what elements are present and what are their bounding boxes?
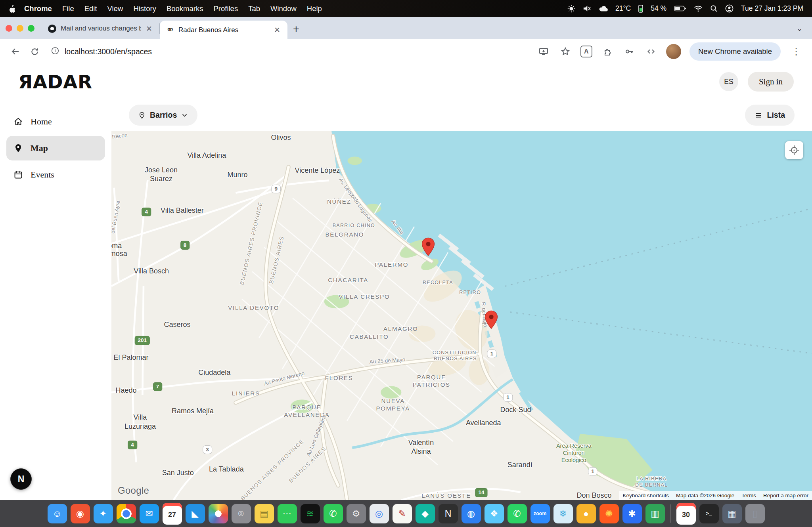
chrome-toolbar: localhost:3000/en/spaces A New Chrome av…	[0, 39, 812, 64]
dock-password-app-icon[interactable]: ✱	[622, 504, 642, 523]
devtools-code-icon[interactable]	[644, 45, 658, 58]
weather-cloud-icon[interactable]	[599, 5, 608, 12]
dock-finder-icon[interactable]: ☺	[48, 504, 67, 523]
radar-logo[interactable]: ЯADAR	[18, 71, 92, 93]
dock-terminal-icon[interactable]: >_	[699, 504, 719, 523]
window-zoom-button[interactable]	[28, 25, 34, 32]
github-favicon	[48, 25, 56, 33]
install-app-icon[interactable]	[537, 45, 550, 58]
dock-green-app-icon[interactable]: ▥	[645, 504, 665, 523]
reader-mode-icon[interactable]: A	[580, 46, 592, 57]
route-shield: 3	[203, 445, 212, 454]
dock-preview-app-icon[interactable]: ◎	[370, 504, 389, 523]
google-map[interactable]: OlivosVilla AdelinaMunroVicente LópezJos…	[111, 131, 812, 500]
menu-profiles[interactable]: Profiles	[208, 4, 243, 13]
bookmark-star-icon[interactable]	[559, 45, 572, 58]
dock-settings-icon[interactable]: ⚙	[347, 504, 366, 523]
menu-bar-clock[interactable]: Tue 27 Jan 1:23 PM	[741, 4, 803, 13]
user-switch-icon[interactable]	[725, 4, 733, 13]
dock-whatsapp-icon[interactable]: ✆	[508, 504, 527, 523]
dock-teal-app-icon[interactable]: ◆	[416, 504, 435, 523]
dock-notion-icon[interactable]: N	[439, 504, 458, 523]
menu-window[interactable]: Window	[265, 4, 302, 13]
map-attribution-link[interactable]: Terms	[738, 491, 760, 500]
dock-zoom-icon[interactable]: zoom	[530, 504, 550, 523]
dock-sky-app-icon[interactable]: ❖	[485, 504, 504, 523]
extensions-puzzle-icon[interactable]	[601, 45, 614, 58]
tab-github-mail[interactable]: Mail and various changes by ✕	[42, 20, 159, 37]
reload-button[interactable]	[26, 43, 43, 60]
tab-radar-buenos-aires[interactable]: ЯR Radar Buenos Aires ✕	[160, 21, 287, 39]
dock-textedit-icon[interactable]: ✎	[393, 504, 412, 523]
dock-separator	[670, 504, 671, 523]
menu-chrome[interactable]: Chrome	[19, 4, 57, 13]
browser-menu-kebab-icon[interactable]: ⋮	[789, 46, 803, 57]
device-battery-icon[interactable]	[638, 5, 643, 13]
chrome-update-chip[interactable]: New Chrome available	[689, 42, 781, 61]
window-close-button[interactable]	[6, 25, 12, 32]
window-controls	[6, 17, 42, 39]
dock-photos-icon[interactable]	[209, 504, 228, 523]
menu-file[interactable]: File	[57, 4, 79, 13]
url-text[interactable]: localhost:3000/en/spaces	[65, 47, 152, 56]
spotlight-search-icon[interactable]	[710, 5, 718, 12]
pin-icon	[138, 112, 146, 119]
barrios-label: Barrios	[150, 111, 177, 120]
tab-search-chevron-icon[interactable]: ⌄	[793, 23, 806, 34]
omnibox[interactable]: localhost:3000/en/spaces	[45, 46, 534, 57]
wifi-icon[interactable]	[694, 5, 703, 12]
map-attribution-link[interactable]: Report a map error	[760, 491, 812, 500]
dock-facetime-icon[interactable]: ✆	[324, 504, 343, 523]
dock-calendar-icon[interactable]: 27	[163, 503, 182, 525]
new-tab-button[interactable]: +	[287, 23, 305, 35]
dock-camera-app-icon[interactable]: ⌾	[232, 504, 251, 523]
map-marker-pin[interactable]	[421, 237, 435, 256]
menu-bookmarks[interactable]: Bookmarks	[161, 4, 209, 13]
lista-view-button[interactable]: Lista	[745, 105, 795, 126]
dock-trash-icon[interactable]: ▯	[745, 504, 765, 523]
dock-notes-icon[interactable]: ▤	[255, 504, 274, 523]
main-panel: Barrios Lista	[111, 99, 812, 500]
dock-vscode-icon[interactable]: ◣	[186, 504, 205, 523]
password-key-icon[interactable]	[622, 45, 636, 58]
tab-close-icon[interactable]: ✕	[145, 24, 153, 33]
menu-view[interactable]: View	[102, 4, 128, 13]
calendar-icon	[13, 170, 23, 179]
map-marker-pin[interactable]	[485, 310, 498, 329]
dock-spotify-icon[interactable]: ≋	[301, 504, 320, 523]
back-button[interactable]	[7, 43, 24, 60]
display-brightness-icon[interactable]	[567, 5, 575, 13]
language-button[interactable]: ES	[719, 72, 738, 91]
sidebar-item-home[interactable]: Home	[6, 109, 105, 134]
barrios-filter-button[interactable]: Barrios	[129, 105, 197, 126]
volume-mute-icon[interactable]	[583, 5, 591, 12]
nextjs-dev-badge[interactable]: N	[10, 468, 32, 490]
apple-menu-icon[interactable]	[9, 4, 16, 13]
dock-orange-app-icon[interactable]: ◉	[71, 504, 90, 523]
menu-edit[interactable]: Edit	[79, 4, 102, 13]
sidebar-item-events[interactable]: Events	[6, 162, 105, 187]
dock-starburst-app-icon[interactable]: ✺	[599, 504, 619, 523]
menu-history[interactable]: History	[128, 4, 161, 13]
dock-calendar-30-icon[interactable]: 30	[676, 503, 696, 525]
my-location-button[interactable]	[785, 141, 803, 159]
route-shield: 4	[142, 208, 151, 216]
site-info-icon[interactable]	[51, 46, 59, 57]
window-minimize-button[interactable]	[17, 25, 23, 32]
menu-tab[interactable]: Tab	[243, 4, 265, 13]
sign-in-button[interactable]: Sign in	[748, 72, 794, 92]
sidebar-item-map[interactable]: Map	[6, 136, 105, 160]
dock-files-app-icon[interactable]: ▦	[722, 504, 742, 523]
tab-close-icon[interactable]: ✕	[273, 25, 281, 34]
dock-snowflake-app-icon[interactable]: ❄	[553, 504, 573, 523]
map-attribution-link[interactable]: Keyboard shortcuts	[619, 491, 672, 500]
dock-blue-app-icon[interactable]: ◍	[462, 504, 481, 523]
dock-mail-icon[interactable]: ✉	[140, 504, 159, 523]
dock-chrome-icon[interactable]	[117, 504, 136, 523]
dock-messages-icon[interactable]: ⋯	[278, 504, 297, 523]
dock-cyberduck-icon[interactable]: ●	[576, 504, 596, 523]
menu-help[interactable]: Help	[302, 4, 327, 13]
map-pin-icon	[13, 143, 23, 153]
dock-safari-icon[interactable]: ✦	[94, 504, 113, 523]
profile-avatar[interactable]	[666, 44, 681, 59]
